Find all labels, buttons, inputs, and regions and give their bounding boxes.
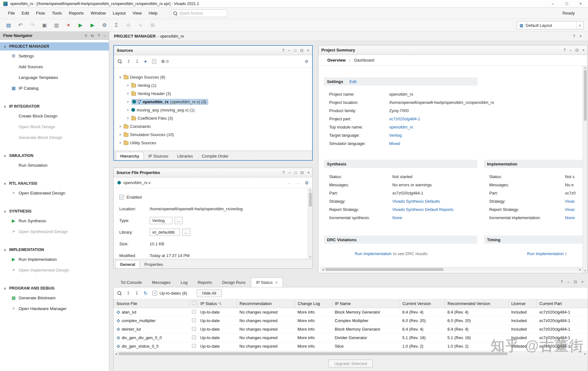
field-value-link[interactable]: openofdm_rx xyxy=(389,125,413,129)
restore-icon[interactable]: □ xyxy=(294,171,297,175)
chevron-right-icon[interactable]: > xyxy=(126,92,130,95)
tree-item-coefficient-files[interactable]: > Coefficient Files (3) xyxy=(114,114,312,122)
restore-icon[interactable]: □ xyxy=(294,48,296,53)
library-browse-button[interactable]: … xyxy=(182,229,190,236)
scroll-left-icon[interactable]: ◂ xyxy=(320,268,325,271)
col-ip-name[interactable]: IP Name xyxy=(332,299,400,308)
tab-general[interactable]: General xyxy=(116,260,140,268)
quick-access-input[interactable] xyxy=(171,9,227,17)
library-field[interactable]: xil_defaultlib xyxy=(150,229,180,236)
search-icon[interactable] xyxy=(117,291,122,295)
scrollbar-thumb[interactable] xyxy=(309,193,312,206)
question-file-icon[interactable]: ? xyxy=(152,59,156,64)
col-current-part[interactable]: Current Part xyxy=(537,299,588,308)
field-value-link[interactable]: None xyxy=(392,215,402,220)
chevron-down-icon[interactable]: ∨ xyxy=(4,45,7,48)
sidebar-section-project-manager[interactable]: ∨ PROJECT MANAGER xyxy=(0,42,109,51)
more-info-link[interactable]: More info xyxy=(295,316,332,325)
tab-libraries[interactable]: Libraries xyxy=(173,152,197,160)
menu-help[interactable]: Help xyxy=(145,9,161,17)
col-recommendation[interactable]: Recommendation xyxy=(237,299,295,308)
scroll-right-icon[interactable]: ▸ xyxy=(578,268,583,271)
chevron-right-icon[interactable]: > xyxy=(11,229,16,234)
tree-item-design-sources[interactable]: ∨ Design Sources (9) xyxy=(114,73,312,81)
tab-messages[interactable]: Messages xyxy=(147,278,175,287)
sum-icon[interactable]: Σ xyxy=(112,21,121,29)
menu-flow[interactable]: Flow xyxy=(33,9,49,17)
tree-item-simulation-sources[interactable]: > Simulation Sources (10) xyxy=(114,130,312,139)
menu-layout[interactable]: Layout xyxy=(109,9,129,17)
table-row[interactable]: deinter_lut Up-to-date No changes requir… xyxy=(114,325,588,333)
sidebar-section-rtl-analysis[interactable]: ∨ RTL ANALYSIS xyxy=(0,179,109,188)
tab-ip-sources[interactable]: IP Sources xyxy=(144,152,172,160)
window-close-icon[interactable]: × xyxy=(579,1,582,6)
chevron-right-icon[interactable]: > xyxy=(126,116,130,120)
sidebar-section-ip-integrator[interactable]: ∨ IP INTEGRATOR xyxy=(0,102,109,111)
menu-view[interactable]: View xyxy=(129,9,145,17)
scroll-up-icon[interactable]: ∧ xyxy=(308,188,312,193)
more-info-link[interactable]: More info xyxy=(295,308,332,316)
collapse-all-icon[interactable]: ↥ xyxy=(127,59,130,64)
add-sources-icon[interactable]: + xyxy=(144,58,147,65)
chevron-right-icon[interactable]: > xyxy=(11,306,16,311)
sidebar-item-open-block-design[interactable]: Open Block Design xyxy=(0,121,109,132)
menu-window[interactable]: Window xyxy=(87,9,109,17)
select-all-checkbox[interactable] xyxy=(192,301,196,305)
run-implementation-link[interactable]: Run Implementation xyxy=(527,251,564,256)
delete-icon[interactable]: × xyxy=(64,21,73,29)
tab-hierarchy[interactable]: Hierarchy xyxy=(116,152,144,160)
menu-file[interactable]: File xyxy=(4,9,18,17)
field-value-link[interactable]: Verilog xyxy=(389,133,402,138)
tree-item-utility-sources[interactable]: > Utility Sources xyxy=(114,139,312,147)
wave-icon[interactable]: ∿ xyxy=(136,21,145,29)
sidebar-item-language-templates[interactable]: Language Templates xyxy=(0,72,109,83)
gear-icon[interactable]: ⚙ xyxy=(305,59,308,64)
chevron-right-icon[interactable]: > xyxy=(118,141,122,145)
cut-icon[interactable]: ⊘ xyxy=(124,21,133,29)
scroll-up-icon[interactable]: ∧ xyxy=(583,66,587,70)
tab-tcl-console[interactable]: Tcl Console xyxy=(116,278,146,287)
sidebar-item-generate-block-design[interactable]: Generate Block Design xyxy=(0,132,109,143)
chevron-down-icon[interactable]: ∨ xyxy=(4,287,7,290)
maximize-icon[interactable]: ⊡ xyxy=(300,171,304,175)
run-implementation-link[interactable]: Run Implementation xyxy=(355,251,391,256)
sidebar-item-generate-bitstream[interactable]: ▦ Generate Bitstream xyxy=(0,292,109,303)
close-icon[interactable]: × xyxy=(307,48,309,53)
chevron-right-icon[interactable]: > xyxy=(118,133,122,136)
chevron-down-icon[interactable]: ∨ xyxy=(576,21,583,29)
field-value-link[interactable]: Mixed xyxy=(389,141,400,146)
chevron-right-icon[interactable]: > xyxy=(126,83,130,87)
table-row[interactable]: div_gen_xlslice_0_0 Up-to-date No change… xyxy=(114,342,588,350)
chevron-down-icon[interactable]: ∨ xyxy=(4,154,7,158)
menu-icon[interactable]: ≡ xyxy=(85,33,87,38)
close-icon[interactable]: × xyxy=(579,34,582,39)
field-value-link[interactable]: Vivado Synthesis Defaults xyxy=(392,199,440,204)
redo-icon[interactable]: ↷ xyxy=(28,21,37,29)
sidebar-section-program-and-debug[interactable]: ∨ PROGRAM AND DEBUG xyxy=(0,284,109,292)
minimize-icon[interactable]: – xyxy=(288,48,290,53)
tab-design-runs[interactable]: Design Runs xyxy=(217,278,250,287)
sidebar-item-create-block-design[interactable]: Create Block Design xyxy=(0,111,109,121)
close-icon[interactable]: × xyxy=(276,280,278,285)
help-icon[interactable]: ? xyxy=(282,48,284,53)
menu-tools[interactable]: Tools xyxy=(49,9,66,17)
close-icon[interactable]: × xyxy=(582,48,585,52)
hide-all-button[interactable]: Hide All xyxy=(197,289,222,297)
sidebar-item-run-simulation[interactable]: Run Simulation xyxy=(0,160,109,171)
field-value-link[interactable]: None xyxy=(565,215,575,220)
project-summary-hscrollbar[interactable]: ◂ ▸ xyxy=(320,267,583,272)
tree-item-verilog-header[interactable]: > Verilog Header (3) xyxy=(114,89,312,98)
tab-dashboard[interactable]: Dashboard xyxy=(350,58,378,63)
expand-all-icon[interactable]: ↧ xyxy=(135,291,139,296)
window-minimize-icon[interactable]: – xyxy=(552,1,554,6)
menu-edit[interactable]: Edit xyxy=(18,9,33,17)
type-field[interactable]: Verilog xyxy=(150,217,172,224)
sidebar-section-implementation[interactable]: ∨ IMPLEMENTATION xyxy=(0,246,109,254)
chevron-down-icon[interactable]: ∨ xyxy=(118,75,122,79)
project-summary-vscrollbar[interactable]: ∧ ∨ xyxy=(583,66,587,273)
enabled-checkbox[interactable]: ✓ xyxy=(119,195,124,200)
tree-item-openofdm-rx[interactable]: > openofdm_rx (openofdm_rx.v) (3) xyxy=(114,98,312,106)
chevron-down-icon[interactable]: ∨ xyxy=(4,105,7,108)
uptodate-filter[interactable]: ✓ Up-to-dates (8) xyxy=(152,291,187,296)
minimize-icon[interactable]: – xyxy=(567,280,569,284)
